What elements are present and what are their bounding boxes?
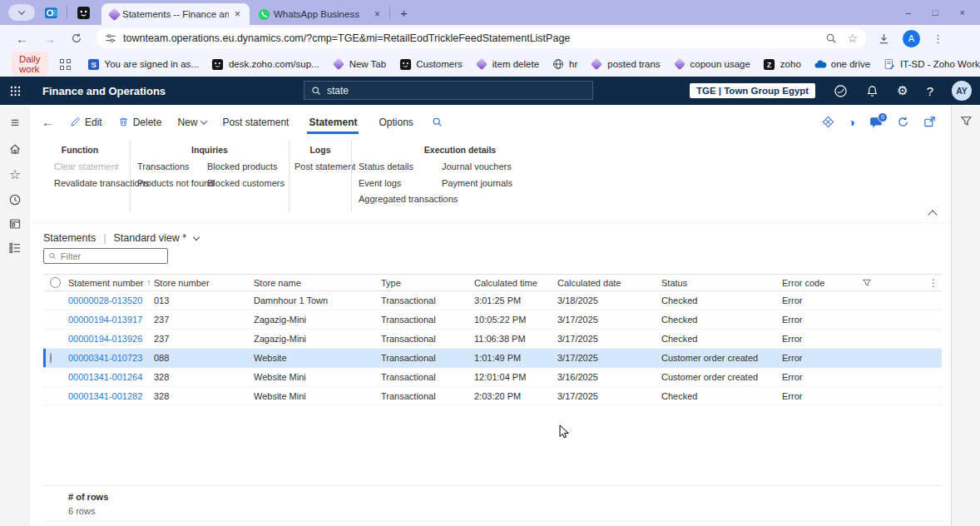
ribbon-link-aggregated-transactions[interactable]: Aggregated transactions — [359, 194, 442, 204]
waffle-icon[interactable] — [10, 86, 21, 97]
bookmark-zoho[interactable]: Zzoho — [763, 57, 801, 71]
col-store-number[interactable]: Store number — [154, 278, 254, 288]
column-filter-icon[interactable] — [862, 278, 872, 288]
filter-input[interactable] — [61, 251, 163, 261]
edit-button[interactable]: Edit — [70, 117, 102, 128]
downloads-button[interactable] — [878, 32, 890, 45]
col-status[interactable]: Status — [661, 278, 782, 288]
filter-pane-button[interactable] — [960, 115, 973, 526]
bookmark-it-sd-zoho-work[interactable]: IT-SD - Zoho Work... — [883, 57, 980, 71]
ribbon-link-blocked-products[interactable]: Blocked products — [207, 161, 285, 171]
view-selector[interactable]: Standard view * — [113, 232, 186, 244]
bookmark-one-drive[interactable]: one drive — [814, 57, 870, 71]
nav-menu-button[interactable]: ≡ — [11, 115, 19, 132]
app-title[interactable]: Finance and Operations — [42, 85, 166, 97]
url-text[interactable]: townteam.operations.eu.dynamics.com/?cmp… — [123, 32, 825, 44]
tab-options[interactable]: Options — [377, 112, 414, 132]
home-button[interactable] — [8, 142, 22, 156]
col-store-name[interactable]: Store name — [254, 278, 381, 288]
close-window-button[interactable]: × — [960, 7, 965, 17]
cell-statement[interactable]: 00001341-001282 — [68, 391, 154, 401]
delete-button[interactable]: Delete — [118, 117, 162, 128]
modules-button[interactable] — [8, 241, 22, 255]
favorites-button[interactable]: ☆ — [9, 166, 21, 182]
forward-button[interactable]: → — [43, 32, 56, 46]
ribbon-link-transactions[interactable]: Transactions — [137, 161, 207, 171]
back-button[interactable]: ← — [16, 32, 28, 46]
new-button[interactable]: New — [177, 117, 206, 128]
url-bar[interactable]: townteam.operations.eu.dynamics.com/?cmp… — [97, 28, 866, 48]
ribbon-link-payment-journals[interactable]: Payment journals — [442, 178, 512, 188]
site-settings-icon[interactable] — [105, 32, 116, 44]
company-picker-button[interactable]: TGE | Town Group Egypt — [690, 83, 815, 98]
ribbon-link-products-not-found[interactable]: Products not found — [137, 178, 207, 188]
grid-options-button[interactable]: ⋮ — [928, 277, 938, 289]
contrast-icon[interactable]: ◑ — [849, 117, 855, 128]
refresh-button[interactable] — [897, 116, 909, 128]
maximize-button[interactable]: □ — [933, 7, 938, 17]
bookmark-new-tab[interactable]: New Tab — [332, 57, 387, 71]
select-all-checkbox[interactable] — [50, 277, 61, 288]
new-tab-button[interactable]: + — [390, 6, 418, 20]
power-apps-icon[interactable] — [822, 116, 834, 128]
table-row[interactable]: 00000028-013520013Damnhour 1 TownTransac… — [43, 291, 942, 310]
bookmark-posted-trans[interactable]: posted trans — [590, 57, 660, 71]
cell-statement[interactable]: 00001341-001264 — [68, 372, 154, 382]
global-search-input[interactable]: state — [304, 81, 593, 100]
cell-statement[interactable]: 00000194-013926 — [68, 334, 154, 344]
pinned-tab-outlook[interactable] — [42, 4, 59, 21]
cell-statement[interactable]: 00000194-013917 — [68, 315, 154, 325]
workspaces-button[interactable] — [8, 217, 22, 231]
copilot-button[interactable] — [834, 84, 848, 98]
bookmark-copoun-usage[interactable]: copoun usage — [673, 57, 750, 71]
settings-button[interactable]: ⚙ — [897, 83, 908, 98]
page-back-button[interactable]: ← — [42, 115, 54, 129]
user-avatar[interactable]: AY — [952, 81, 972, 101]
open-in-new-window-button[interactable] — [923, 116, 936, 128]
col-statement-number[interactable]: Statement number↑ — [68, 278, 154, 288]
col-calculated-time[interactable]: Calculated time — [474, 278, 557, 288]
browser-tab-statements[interactable]: Statements -- Finance and Ope × — [101, 3, 250, 25]
cell-statement[interactable]: 00000028-013520 — [68, 295, 154, 305]
recent-button[interactable] — [8, 193, 22, 206]
help-button[interactable]: ? — [927, 84, 933, 98]
table-row[interactable]: 00000194-013926237Zagazig-MiniTransactio… — [43, 330, 942, 349]
post-statement-button[interactable]: Post statement — [222, 117, 289, 128]
reload-button[interactable] — [71, 32, 82, 44]
bookmark-folder-daily-work[interactable]: Daily work — [12, 52, 48, 77]
browser-tab-whatsapp[interactable]: WhatsApp Business × — [250, 3, 389, 25]
table-row[interactable]: 00001341-001282328Website MiniTransactio… — [43, 387, 942, 406]
cell-statement[interactable]: 00000341-010723 — [68, 353, 154, 363]
apps-grid-icon[interactable] — [60, 59, 71, 70]
table-row[interactable]: 00001341-001264328Website MiniTransactio… — [43, 368, 942, 387]
col-error-code[interactable]: Error code — [782, 278, 862, 288]
close-icon[interactable]: × — [232, 8, 243, 20]
messages-button[interactable]: 0 — [869, 117, 883, 128]
ribbon-link-journal-vouchers[interactable]: Journal vouchers — [442, 161, 512, 171]
ribbon-link-blocked-customers[interactable]: Blocked customers — [207, 178, 285, 188]
table-row[interactable]: 00000341-010723088WebsiteTransactional1:… — [43, 349, 942, 368]
minimize-button[interactable]: – — [906, 7, 911, 17]
bookmark-customers[interactable]: Customers — [398, 57, 463, 71]
table-row[interactable]: 00000194-013917237Zagazig-MiniTransactio… — [43, 310, 942, 330]
bookmark-item-delete[interactable]: item delete — [475, 57, 539, 71]
row-checkbox[interactable] — [50, 352, 52, 364]
ribbon-link-event-logs[interactable]: Event logs — [359, 178, 442, 188]
bookmark-you-are-signed-in-as[interactable]: SYou are signed in as... — [87, 57, 199, 71]
chevron-down-icon[interactable] — [193, 233, 200, 240]
notifications-button[interactable] — [866, 85, 879, 97]
bookmark-hr[interactable]: hr — [552, 57, 577, 71]
browser-profile-avatar[interactable]: A — [903, 30, 920, 47]
ribbon-link-status-details[interactable]: Status details — [359, 161, 442, 171]
tab-search-button[interactable] — [8, 4, 35, 21]
browser-menu-button[interactable]: ⋮ — [933, 32, 943, 45]
bookmark-desk-zoho-com-sup[interactable]: desk.zoho.com/sup... — [211, 57, 319, 71]
ribbon-link-post-statement[interactable]: Post statement — [294, 161, 355, 171]
action-search-icon[interactable] — [432, 117, 443, 127]
col-type[interactable]: Type — [381, 278, 474, 288]
pinned-tab-zoho[interactable] — [75, 4, 92, 21]
zoom-icon[interactable] — [825, 32, 837, 44]
col-calculated-date[interactable]: Calculated date — [557, 278, 661, 288]
grid-filter[interactable] — [43, 248, 168, 264]
tab-statement[interactable]: Statement — [307, 112, 359, 132]
